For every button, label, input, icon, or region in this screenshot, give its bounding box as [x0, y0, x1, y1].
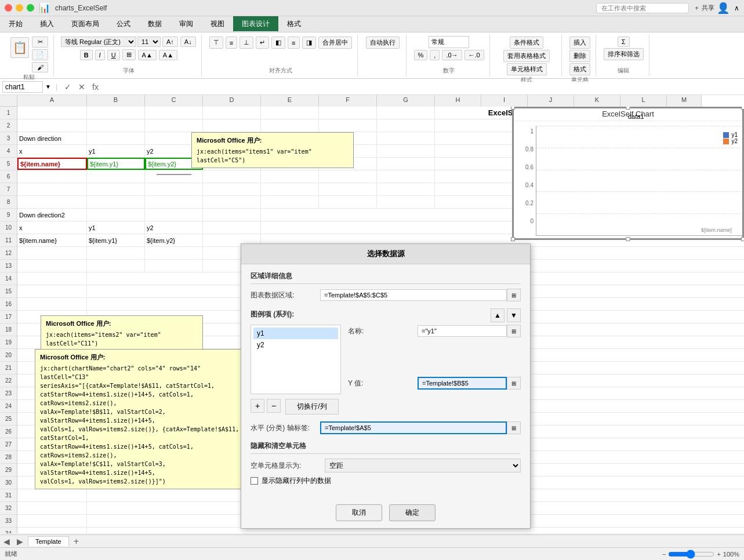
show-hidden-label: 显示隐藏行列中的数据: [262, 476, 331, 486]
y-value-select-button[interactable]: ⊞: [507, 377, 521, 390]
name-label: 名称:: [348, 326, 418, 336]
name-row: 名称: ⊞: [348, 325, 521, 337]
dialog-buttons: 取消 确定: [241, 500, 530, 528]
chart-range-input[interactable]: [320, 289, 507, 301]
hide-section: 隐藏和清空单元格 空单元格显示为: 空距 显示隐藏行列中的数据: [251, 441, 521, 486]
ok-button[interactable]: 确定: [389, 504, 435, 521]
name-select-button[interactable]: ⊞: [507, 325, 521, 337]
hide-section-title: 隐藏和清空单元格: [251, 441, 521, 454]
series-add-button[interactable]: +: [251, 399, 264, 413]
series-item-y1[interactable]: y1: [253, 328, 338, 339]
series-left: y1 y2 + − 切换行/列: [251, 325, 341, 414]
series-item-y2[interactable]: y2: [253, 339, 338, 351]
switch-row-col-button[interactable]: 切换行/列: [285, 399, 339, 414]
dialog-body: 区域详细信息 图表数据区域: ⊞ 图例项 (系列): ▲ ▼: [241, 264, 530, 500]
series-up-down-controls: ▲ ▼: [491, 308, 521, 322]
dialog-area-section: 区域详细信息 图表数据区域: ⊞: [251, 271, 521, 301]
empty-label: 空单元格显示为:: [251, 461, 320, 471]
chart-range-row: 图表数据区域: ⊞: [251, 289, 521, 301]
h-axis-select-button[interactable]: ⊞: [507, 421, 521, 434]
series-area: y1 y2 + − 切换行/列 名称: ⊞: [251, 325, 521, 414]
y-value-row: Y 值: ⊞: [348, 377, 521, 390]
h-axis-label: 水平 (分类) 轴标签:: [251, 423, 320, 433]
show-hidden-checkbox-row: 显示隐藏行列中的数据: [251, 476, 521, 486]
chart-range-label: 图表数据区域:: [251, 290, 320, 300]
dialog-title: 选择数据源: [241, 244, 530, 264]
chart-range-select-button[interactable]: ⊞: [507, 289, 521, 301]
series-up-button[interactable]: ▲: [491, 308, 505, 322]
series-right: 名称: ⊞ Y 值: ⊞: [348, 325, 521, 414]
show-hidden-checkbox[interactable]: [251, 477, 258, 485]
h-axis-row: 水平 (分类) 轴标签: ⊞: [251, 421, 521, 434]
series-list[interactable]: y1 y2: [251, 325, 341, 394]
area-section-title: 区域详细信息: [251, 271, 521, 284]
y-value-input[interactable]: [418, 377, 507, 390]
h-axis-input[interactable]: [320, 421, 507, 434]
cancel-button[interactable]: 取消: [336, 504, 382, 521]
h-axis-section: 水平 (分类) 轴标签: ⊞: [251, 421, 521, 434]
dialog-overlay: 选择数据源 区域详细信息 图表数据区域: ⊞ 图例项 (系列): ▲ ▼: [0, 0, 744, 560]
series-add-remove: + − 切换行/列: [251, 399, 341, 414]
legend-section: 图例项 (系列): ▲ ▼ y1 y2 + −: [251, 308, 521, 414]
y-value-label: Y 值:: [348, 379, 418, 388]
legend-section-title: 图例项 (系列):: [251, 310, 294, 322]
series-remove-button[interactable]: −: [267, 399, 281, 413]
empty-select[interactable]: 空距: [325, 459, 521, 472]
name-input[interactable]: [418, 325, 507, 337]
select-data-dialog: 选择数据源 区域详细信息 图表数据区域: ⊞ 图例项 (系列): ▲ ▼: [241, 243, 531, 529]
empty-options: 空单元格显示为: 空距: [251, 459, 521, 472]
series-down-button[interactable]: ▼: [507, 308, 521, 322]
series-spacer: [348, 342, 521, 377]
